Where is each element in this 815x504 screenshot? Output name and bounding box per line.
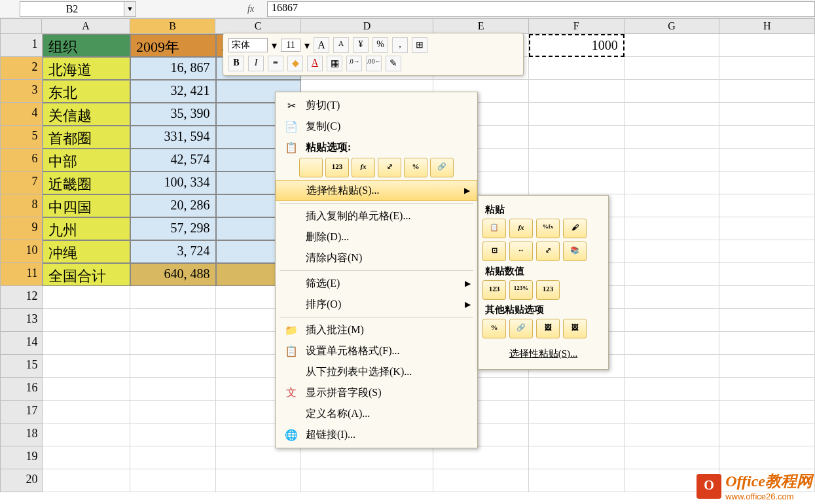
cell-B8[interactable]: 20, 286	[130, 194, 216, 217]
row-header-7[interactable]: 7	[0, 171, 43, 194]
sub-paste-fmt-icon[interactable]: %	[482, 319, 506, 338]
fx-icon[interactable]: fx	[247, 4, 267, 14]
cell-H15[interactable]	[719, 355, 815, 378]
row-header-17[interactable]: 17	[0, 401, 43, 423]
col-header-D[interactable]: D	[301, 18, 433, 34]
cell-H18[interactable]	[719, 423, 815, 446]
row-header-4[interactable]: 4	[0, 103, 43, 126]
cell-H13[interactable]	[719, 309, 815, 332]
cell-G4[interactable]	[625, 103, 720, 126]
sub-paste-values-fmt-icon[interactable]: 123%	[509, 280, 533, 300]
row-header-8[interactable]: 8	[0, 194, 43, 217]
menu-pick-from-list[interactable]: 从下拉列表中选择(K)...	[276, 361, 477, 382]
borders-icon[interactable]: ▦	[327, 56, 342, 71]
name-box-dropdown[interactable]: ▼	[124, 1, 136, 17]
cell-B12[interactable]	[130, 286, 216, 309]
cell-G19[interactable]	[625, 446, 720, 469]
row-header-6[interactable]: 6	[0, 149, 43, 171]
mini-size-dd[interactable]: ▾	[304, 39, 310, 52]
cell-A8[interactable]: 中四国	[43, 194, 130, 217]
sub-paste-formulas-fmt-icon[interactable]: %fx	[536, 219, 560, 238]
cell-G15[interactable]	[625, 355, 720, 378]
cell-A1[interactable]: 组织	[43, 34, 130, 57]
cell-B3[interactable]: 32, 421	[130, 80, 216, 103]
cell-B11[interactable]: 640, 488	[130, 263, 216, 286]
menu-filter[interactable]: 筛选(E)▶	[276, 273, 477, 294]
menu-copy[interactable]: 📄复制(C)	[276, 116, 477, 137]
cell-C19[interactable]	[216, 446, 302, 469]
align-icon[interactable]: ≡	[268, 56, 283, 71]
name-box[interactable]: B2	[20, 1, 124, 17]
cell-B18[interactable]	[130, 423, 216, 446]
cell-B14[interactable]	[130, 332, 216, 355]
cell-G12[interactable]	[625, 286, 720, 309]
menu-cut[interactable]: ✂剪切(T)	[276, 95, 477, 116]
cell-F7[interactable]	[529, 171, 625, 194]
shrink-font-icon[interactable]: A	[333, 37, 349, 53]
menu-insert-comment[interactable]: 📁插入批注(M)	[276, 319, 477, 340]
cell-H10[interactable]	[719, 240, 815, 263]
row-header-16[interactable]: 16	[0, 378, 43, 401]
col-header-A[interactable]: A	[42, 18, 130, 34]
cell-G17[interactable]	[625, 401, 720, 423]
cell-H3[interactable]	[719, 80, 815, 103]
sub-paste-picture-icon[interactable]: 🖼	[536, 319, 560, 338]
cell-A18[interactable]	[43, 423, 130, 446]
menu-paste-special[interactable]: 选择性粘贴(S)...▶	[276, 180, 477, 201]
cell-F6[interactable]	[529, 149, 625, 171]
sub-paste-books-icon[interactable]: 📚	[563, 242, 587, 261]
row-header-5[interactable]: 5	[0, 126, 43, 149]
comma-icon[interactable]: ,	[392, 37, 408, 53]
cell-H17[interactable]	[719, 401, 815, 423]
row-header-1[interactable]: 1	[0, 34, 43, 57]
cell-H1[interactable]	[719, 34, 815, 57]
cell-H11[interactable]	[719, 263, 815, 286]
percent-icon[interactable]: %	[372, 37, 388, 53]
cell-G11[interactable]	[625, 263, 720, 286]
row-header-14[interactable]: 14	[0, 332, 43, 355]
bold-icon[interactable]: B	[228, 56, 244, 71]
currency-icon[interactable]: ¥	[353, 37, 369, 53]
cell-A7[interactable]: 近畿圈	[43, 171, 130, 194]
cell-A15[interactable]	[43, 355, 130, 378]
cell-E20[interactable]	[433, 469, 529, 492]
paste-formulas-icon[interactable]: fx	[352, 158, 375, 177]
cell-A20[interactable]	[43, 469, 130, 492]
mini-font-dd[interactable]: ▾	[272, 39, 277, 52]
row-header-12[interactable]: 12	[0, 286, 43, 309]
menu-delete[interactable]: 删除(D)...	[276, 226, 477, 247]
cell-A12[interactable]	[43, 286, 130, 309]
cell-G8[interactable]	[625, 194, 720, 217]
row-header-20[interactable]: 20	[0, 469, 43, 492]
increase-decimal-icon[interactable]: .0→	[346, 56, 362, 71]
cell-B13[interactable]	[130, 309, 216, 332]
cell-A19[interactable]	[43, 446, 130, 469]
cell-A14[interactable]	[43, 332, 130, 355]
cell-G16[interactable]	[625, 378, 720, 401]
col-header-H[interactable]: H	[719, 18, 815, 34]
row-header-11[interactable]: 11	[0, 263, 43, 286]
cell-A9[interactable]: 九州	[43, 217, 130, 240]
cell-B20[interactable]	[130, 469, 216, 492]
format-painter-icon[interactable]: ✎	[386, 56, 401, 71]
row-header-18[interactable]: 18	[0, 423, 43, 446]
cell-H19[interactable]	[719, 446, 815, 469]
paste-transpose-icon[interactable]: ⤢	[378, 158, 401, 177]
cell-B9[interactable]: 57, 298	[130, 217, 216, 240]
sub-paste-transpose-icon[interactable]: ⤢	[536, 242, 560, 261]
sub-paste-linked-pic-icon[interactable]: 🖼	[563, 319, 587, 338]
mini-font-name[interactable]: 宋体	[228, 38, 268, 52]
cell-G13[interactable]	[625, 309, 720, 332]
cell-H2[interactable]	[719, 57, 815, 80]
sub-paste-values-src-icon[interactable]: 123	[536, 280, 560, 300]
cell-G5[interactable]	[625, 126, 720, 149]
col-header-F[interactable]: F	[529, 18, 625, 34]
cell-B7[interactable]: 100, 334	[130, 171, 216, 194]
cell-B16[interactable]	[130, 378, 216, 401]
cell-A3[interactable]: 东北	[43, 80, 130, 103]
cell-H5[interactable]	[719, 126, 815, 149]
decrease-decimal-icon[interactable]: .00←	[366, 56, 382, 71]
cell-H9[interactable]	[719, 217, 815, 240]
menu-hyperlink[interactable]: 🌐超链接(I)...	[276, 424, 477, 445]
menu-sort[interactable]: 排序(O)▶	[276, 294, 477, 315]
